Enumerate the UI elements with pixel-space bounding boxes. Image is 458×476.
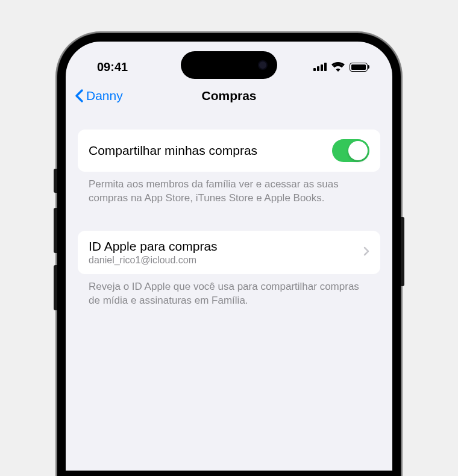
share-purchases-toggle[interactable] [332,139,369,162]
share-purchases-cell[interactable]: Compartilhar minhas compras [78,130,380,172]
page-title: Compras [201,89,256,103]
navigation-bar: Danny Compras [66,79,392,113]
wifi-icon [331,62,345,72]
apple-id-label: ID Apple para compras [89,239,218,254]
battery-icon [350,63,369,72]
toggle-knob [348,141,368,160]
phone-side-button [54,169,57,193]
settings-content: Compartilhar minhas compras Permita aos … [66,113,392,308]
back-button[interactable]: Danny [74,89,123,103]
chevron-right-icon [363,246,369,258]
phone-volume-up-button [54,208,57,253]
apple-id-value: daniel_rico1@icloud.com [89,255,218,266]
screen: 09:41 [66,42,392,471]
phone-power-button [401,217,404,286]
apple-id-footer: Reveja o ID Apple que você usa para comp… [78,274,380,308]
status-icons [313,62,369,72]
front-camera [258,60,268,70]
status-time: 09:41 [97,60,128,74]
share-purchases-label: Compartilhar minhas compras [89,143,257,158]
cellular-signal-icon [313,63,327,71]
dynamic-island [181,51,277,79]
phone-frame: 09:41 [57,33,401,476]
apple-id-text-group: ID Apple para compras daniel_rico1@iclou… [89,239,218,266]
chevron-left-icon [74,89,84,103]
back-button-label: Danny [86,89,123,103]
share-purchases-footer: Permita aos membros da família ver e ace… [78,172,380,205]
apple-id-cell[interactable]: ID Apple para compras daniel_rico1@iclou… [78,231,380,274]
phone-volume-down-button [54,265,57,310]
